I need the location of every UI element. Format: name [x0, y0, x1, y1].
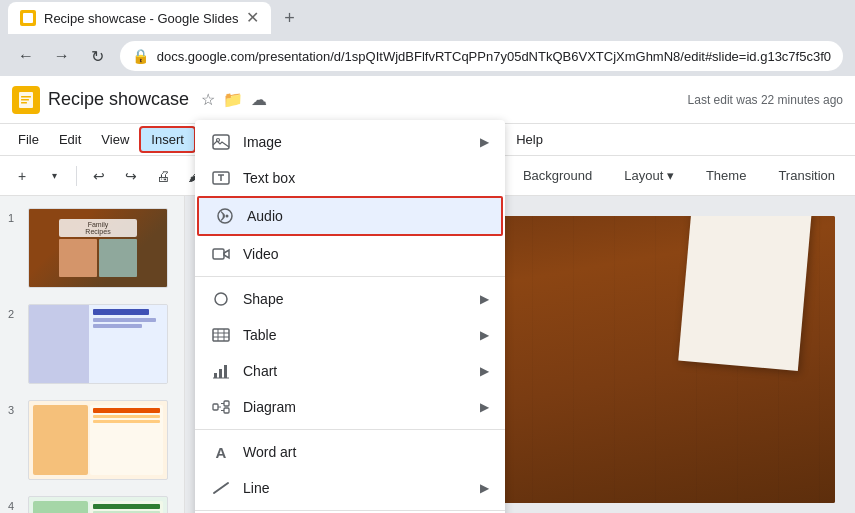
image-arrow: ▶	[480, 135, 489, 149]
insert-table-label: Table	[243, 327, 276, 343]
slide-panel: 1 FamilyRecipes 2	[0, 196, 185, 513]
diagram-icon	[211, 397, 231, 417]
insert-chart-label: Chart	[243, 363, 277, 379]
theme-button[interactable]: Theme	[694, 164, 758, 187]
insert-chart-item[interactable]: Chart ▶	[195, 353, 505, 389]
divider-1	[195, 276, 505, 277]
insert-image-label: Image	[243, 134, 282, 150]
insert-line-item[interactable]: Line ▶	[195, 470, 505, 506]
insert-shape-label: Shape	[243, 291, 283, 307]
tab-title: Recipe showcase - Google Slides	[44, 11, 238, 26]
table-icon	[211, 325, 231, 345]
insert-diagram-item[interactable]: Diagram ▶	[195, 389, 505, 425]
slide-image-2	[28, 304, 168, 384]
active-tab[interactable]: Recipe showcase - Google Slides ✕	[8, 2, 271, 34]
insert-video-item[interactable]: Video	[195, 236, 505, 272]
url-bar[interactable]: 🔒 docs.google.com/presentation/d/1spQItW…	[120, 41, 843, 71]
cloud-icon[interactable]: ☁	[251, 90, 267, 109]
slide-thumb-1[interactable]: 1 FamilyRecipes	[4, 204, 180, 292]
svg-rect-12	[214, 373, 217, 378]
insert-wordart-label: Word art	[243, 444, 296, 460]
insert-dropdown-menu: Image ▶ Text box Audio Video Shape ▶ Ta	[195, 120, 505, 513]
svg-rect-13	[219, 369, 222, 378]
audio-icon	[215, 206, 235, 226]
last-edit-text: Last edit was 22 minutes ago	[688, 93, 843, 107]
svg-line-19	[214, 483, 228, 493]
svg-point-10	[215, 293, 227, 305]
menu-file[interactable]: File	[8, 128, 49, 151]
folder-icon[interactable]: 📁	[223, 90, 243, 109]
tab-favicon	[20, 10, 36, 26]
video-icon	[211, 244, 231, 264]
menu-insert[interactable]: Insert	[139, 126, 196, 153]
svg-rect-17	[224, 401, 229, 406]
slide-thumb-2[interactable]: 2	[4, 300, 180, 388]
refresh-button[interactable]: ↻	[84, 42, 112, 70]
insert-line-label: Line	[243, 480, 269, 496]
svg-rect-3	[21, 102, 27, 104]
textbox-icon	[211, 168, 231, 188]
shape-icon	[211, 289, 231, 309]
slide-num-3: 3	[8, 404, 22, 416]
table-arrow: ▶	[480, 328, 489, 342]
svg-point-8	[226, 215, 229, 218]
insert-video-label: Video	[243, 246, 279, 262]
add-dropdown-button[interactable]: ▾	[40, 162, 68, 190]
menu-edit[interactable]: Edit	[49, 128, 91, 151]
address-bar: ← → ↻ 🔒 docs.google.com/presentation/d/1…	[0, 36, 855, 76]
divider-3	[195, 510, 505, 511]
lock-icon: 🔒	[132, 48, 149, 64]
svg-rect-18	[224, 408, 229, 413]
toolbar-right: Background Layout ▾ Theme Transition	[511, 164, 847, 187]
slide-thumb-4[interactable]: 4	[4, 492, 180, 513]
svg-rect-16	[213, 404, 218, 410]
chart-icon	[211, 361, 231, 381]
shape-arrow: ▶	[480, 292, 489, 306]
svg-rect-14	[224, 365, 227, 378]
slide-num-4: 4	[8, 500, 22, 512]
insert-wordart-item[interactable]: A Word art	[195, 434, 505, 470]
insert-shape-item[interactable]: Shape ▶	[195, 281, 505, 317]
insert-table-item[interactable]: Table ▶	[195, 317, 505, 353]
insert-textbox-item[interactable]: Text box	[195, 160, 505, 196]
line-arrow: ▶	[480, 481, 489, 495]
menu-view[interactable]: View	[91, 128, 139, 151]
svg-rect-2	[21, 99, 29, 101]
insert-audio-item[interactable]: Audio	[197, 196, 503, 236]
slide-image-3	[28, 400, 168, 480]
svg-point-7	[218, 209, 232, 223]
add-button[interactable]: +	[8, 162, 36, 190]
background-button[interactable]: Background	[511, 164, 604, 187]
layout-button[interactable]: Layout ▾	[612, 164, 686, 187]
tab-close-button[interactable]: ✕	[246, 10, 259, 26]
insert-audio-label: Audio	[247, 208, 283, 224]
toolbar-separator-1	[76, 166, 77, 186]
svg-rect-9	[213, 249, 224, 259]
tab-bar: Recipe showcase - Google Slides ✕ +	[0, 0, 855, 36]
undo-button[interactable]: ↩	[85, 162, 113, 190]
chart-arrow: ▶	[480, 364, 489, 378]
divider-2	[195, 429, 505, 430]
line-icon	[211, 478, 231, 498]
app-title: Recipe showcase	[48, 89, 189, 110]
slide-thumb-3[interactable]: 3	[4, 396, 180, 484]
url-text: docs.google.com/presentation/d/1spQItWjd…	[157, 49, 831, 64]
redo-button[interactable]: ↪	[117, 162, 145, 190]
menu-help[interactable]: Help	[506, 128, 553, 151]
svg-rect-1	[21, 96, 31, 98]
slides-logo	[12, 86, 40, 114]
header-icons: ☆ 📁 ☁	[201, 90, 267, 109]
star-icon[interactable]: ☆	[201, 90, 215, 109]
new-tab-button[interactable]: +	[275, 4, 303, 32]
insert-diagram-label: Diagram	[243, 399, 296, 415]
forward-button[interactable]: →	[48, 42, 76, 70]
back-button[interactable]: ←	[12, 42, 40, 70]
insert-textbox-label: Text box	[243, 170, 295, 186]
slide-image-4	[28, 496, 168, 513]
insert-image-item[interactable]: Image ▶	[195, 124, 505, 160]
transition-button[interactable]: Transition	[766, 164, 847, 187]
print-button[interactable]: 🖨	[149, 162, 177, 190]
image-icon	[211, 132, 231, 152]
app-header: Recipe showcase ☆ 📁 ☁ Last edit was 22 m…	[0, 76, 855, 124]
slide-image-1: FamilyRecipes	[28, 208, 168, 288]
